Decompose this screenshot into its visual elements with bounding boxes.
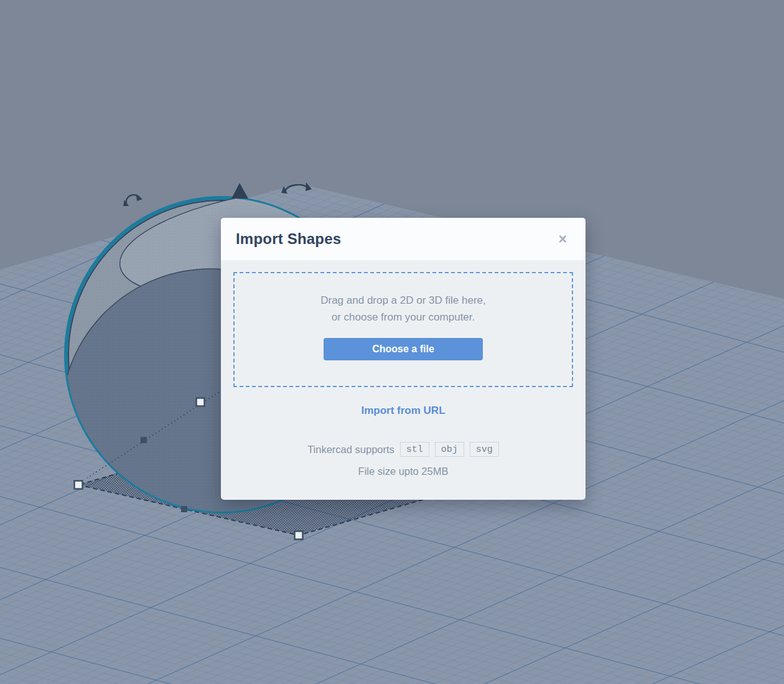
import-from-url-link[interactable]: Import from URL	[361, 405, 445, 417]
supported-formats-row: Tinkercad supports stl obj svg	[221, 442, 586, 457]
format-badge-svg: svg	[470, 442, 499, 457]
side-scale-handle[interactable]	[197, 398, 205, 406]
supports-label: Tinkercad supports	[307, 444, 394, 456]
dialog-title: Import Shapes	[236, 230, 341, 248]
format-badge-stl: stl	[400, 442, 429, 457]
corner-scale-handle-left[interactable]	[75, 481, 83, 489]
dropzone-line2: or choose from your computer.	[320, 309, 486, 326]
file-dropzone[interactable]: Drag and drop a 2D or 3D file here, or c…	[233, 272, 573, 387]
edge-midpoint-handle-front[interactable]	[181, 506, 187, 512]
dialog-header: Import Shapes ×	[221, 218, 586, 260]
format-badge-obj: obj	[435, 442, 464, 457]
edge-midpoint-handle-left[interactable]	[141, 437, 147, 443]
close-icon[interactable]: ×	[555, 231, 571, 248]
choose-file-button[interactable]: Choose a file	[324, 338, 483, 360]
import-shapes-dialog: Import Shapes × Drag and drop a 2D or 3D…	[221, 218, 586, 500]
corner-scale-handle-front[interactable]	[295, 532, 303, 540]
dropzone-line1: Drag and drop a 2D or 3D file here,	[320, 292, 486, 309]
dropzone-instructions: Drag and drop a 2D or 3D file here, or c…	[320, 292, 486, 326]
file-size-note: File size upto 25MB	[221, 466, 586, 477]
